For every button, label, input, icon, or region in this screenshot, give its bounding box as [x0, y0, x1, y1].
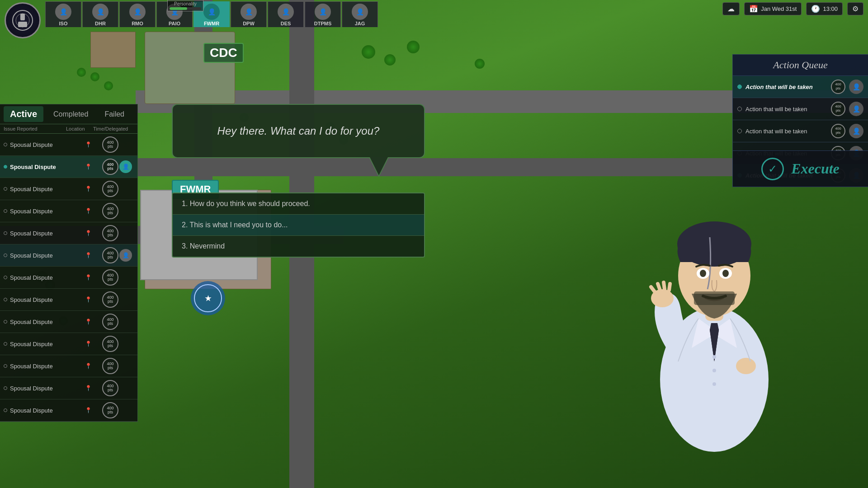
avatar-fwmr: 👤 — [203, 4, 220, 20]
action-item-2[interactable]: Action that will be taken 400pts 👤 — [733, 120, 868, 142]
time-text: 13:00 — [823, 5, 838, 12]
action-label-0: Action that will be taken — [745, 84, 827, 90]
date-text: Jan Wed 31st — [761, 5, 797, 12]
issue-dot-7 — [4, 298, 7, 301]
agent-name-des: DES — [281, 21, 291, 26]
date-pill: 📅 Jan Wed 31st — [744, 2, 802, 15]
issue-dot-12 — [4, 408, 7, 412]
time-badge-3: 400pts — [102, 203, 118, 219]
avatar-iso: 👤 — [55, 4, 71, 20]
issue-name-8: Spousal Dispute — [4, 319, 84, 325]
agent-tab-jag[interactable]: 👤 JAG — [342, 1, 378, 27]
action-label-2: Action that will be taken — [745, 128, 827, 135]
svg-point-10 — [700, 270, 706, 277]
loc-pin-2: 📍 — [84, 185, 92, 193]
delegate-avatar-5: 👤 — [119, 249, 132, 262]
tree-3 — [77, 68, 86, 77]
issue-row-8[interactable]: Spousal Dispute 📍 400pts — [0, 311, 137, 333]
issue-row-11[interactable]: Spousal Dispute 📍 400pts — [0, 377, 137, 399]
issue-row-1[interactable]: Spousal Dispute 📍 400pts 👤 — [0, 156, 137, 178]
execute-button[interactable]: ✓ Execute — [733, 150, 868, 187]
issue-dot-4 — [4, 231, 7, 235]
svg-point-18 — [736, 358, 756, 374]
agent-name-dpw: DPW — [243, 21, 255, 26]
issue-name-1: Spousal Dispute — [4, 164, 84, 170]
issue-dot-10 — [4, 364, 7, 368]
issue-name-5: Spousal Dispute — [4, 252, 84, 259]
agent-tab-dtpms[interactable]: 👤 DTPMS — [305, 1, 341, 27]
action-item-0[interactable]: Action that will be taken 400pts 👤 — [733, 76, 868, 98]
tree-10 — [475, 59, 485, 69]
logo-badge — [5, 2, 41, 38]
issue-dot-0 — [4, 143, 7, 146]
dialog-choice-1[interactable]: 1. How do you think we should proceed. — [173, 193, 424, 215]
svg-line-17 — [669, 284, 670, 290]
settings-icon[interactable]: ⚙ — [852, 5, 859, 13]
time-badge-10: 400pts — [102, 358, 118, 374]
tab-failed[interactable]: Failed — [98, 108, 131, 121]
agent-tab-dpw[interactable]: 👤 DPW — [231, 1, 267, 27]
dialog-choice-2[interactable]: 2. This is what I need you to do... — [173, 215, 424, 236]
panel-tabs: Active Completed Failed — [0, 104, 137, 124]
issue-row-6[interactable]: Spousal Dispute 📍 400pts — [0, 267, 137, 289]
agent-name-dhr: DHR — [95, 21, 106, 26]
tab-completed[interactable]: Completed — [47, 108, 94, 121]
calendar-icon: 📅 — [749, 5, 758, 13]
tree-7 — [362, 45, 375, 59]
tab-active[interactable]: Active — [4, 106, 43, 122]
svg-rect-2 — [20, 14, 25, 20]
issue-name-3: Spousal Dispute — [4, 208, 84, 215]
time-badge-7: 400pts — [102, 291, 118, 308]
issue-dot-2 — [4, 187, 7, 191]
issue-row-0[interactable]: Spousal Dispute 📍 400pts — [0, 134, 137, 156]
issue-dot-11 — [4, 386, 7, 390]
issue-dot-8 — [4, 320, 7, 324]
tree-9 — [407, 41, 420, 53]
issues-header: Issue Reported Location Time/Delegated — [0, 124, 137, 134]
svg-point-20 — [712, 369, 716, 372]
action-avatar-2: 👤 — [849, 124, 863, 138]
issue-row-10[interactable]: Spousal Dispute 📍 400pts — [0, 355, 137, 377]
clock-icon: 🕐 — [811, 5, 820, 13]
action-dot-2 — [737, 129, 742, 133]
action-avatar-1: 👤 — [849, 102, 863, 116]
personality-track — [170, 7, 201, 10]
officer-badge: ★ — [190, 280, 226, 316]
agent-tab-iso[interactable]: 👤 ISO — [45, 1, 81, 27]
agent-tab-rmo[interactable]: 👤 RMO — [119, 1, 156, 27]
issue-row-7[interactable]: Spousal Dispute 📍 400pts — [0, 289, 137, 311]
time-badge-1: 400pts — [102, 159, 118, 175]
agent-tab-dhr[interactable]: 👤 DHR — [82, 1, 118, 27]
delegate-badges-5: 400pts 👤 — [102, 247, 134, 263]
issue-name-0: Spousal Dispute — [4, 141, 84, 148]
svg-point-19 — [712, 355, 716, 359]
issue-row-5[interactable]: Spousal Dispute 📍 400pts 👤 — [0, 244, 137, 267]
avatar-dtpms: 👤 — [315, 4, 331, 20]
issue-row-9[interactable]: Spousal Dispute 📍 400pts — [0, 333, 137, 355]
agent-tab-des[interactable]: 👤 DES — [268, 1, 304, 27]
issue-row-2[interactable]: Spousal Dispute 📍 400pts — [0, 178, 137, 200]
agent-name-fwmr: FWMR — [204, 21, 219, 26]
loc-pin-7: 📍 — [84, 296, 92, 304]
svg-line-16 — [664, 282, 665, 289]
loc-pin-1: 📍 — [84, 163, 92, 171]
dialog-choice-3[interactable]: 3. Nevermind — [173, 236, 424, 257]
building-2 — [90, 32, 136, 68]
issue-name-12: Spousal Dispute — [4, 407, 84, 414]
action-item-1[interactable]: Action that will be taken 400pts 👤 — [733, 98, 868, 120]
agent-name-rmo: RMO — [132, 21, 143, 26]
loc-pin-8: 📍 — [84, 318, 92, 326]
col-issue: Issue Reported — [4, 126, 66, 131]
issue-row-12[interactable]: Spousal Dispute 📍 400pts — [0, 399, 137, 422]
action-queue-header: Action Queue — [733, 55, 868, 76]
time-badge-8: 400pts — [102, 314, 118, 330]
settings-pill[interactable]: ⚙ — [847, 2, 863, 15]
loc-pin-11: 📍 — [84, 384, 92, 392]
agent-name-jag: JAG — [355, 21, 365, 26]
delegate-badges-1: 400pts 👤 — [102, 159, 134, 175]
cdc-sign: CDC — [203, 43, 244, 63]
issue-dot-1 — [4, 165, 7, 169]
issue-row-3[interactable]: Spousal Dispute 📍 400pts — [0, 200, 137, 222]
issue-row-4[interactable]: Spousal Dispute 📍 400pts — [0, 222, 137, 244]
time-badge-2: 400pts — [102, 181, 118, 197]
